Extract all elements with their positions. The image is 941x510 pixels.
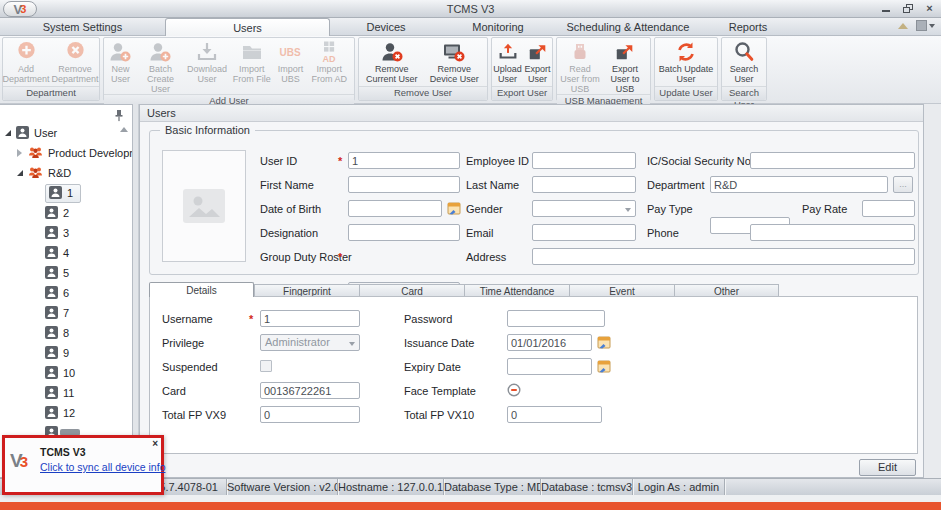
field-label: Designation — [260, 226, 318, 240]
field-label: Date of Birth — [260, 202, 321, 216]
selected-tree-item: 1 — [45, 184, 81, 203]
card-input[interactable] — [260, 382, 360, 399]
batch-update-user-button[interactable]: Batch Update User — [657, 39, 715, 84]
tree-node-department-product-development[interactable]: Product Development — [0, 143, 132, 163]
tree-node-user-9[interactable]: 9 — [0, 343, 132, 363]
last-name-input[interactable] — [532, 176, 636, 193]
total-fp-vx9-input[interactable] — [260, 406, 360, 423]
ad-windows-icon: AD — [317, 39, 341, 64]
collapsed-arrow-icon[interactable] — [17, 149, 22, 157]
tree-node-user-4[interactable]: 4 — [0, 243, 132, 263]
sync-all-devices-link[interactable]: Click to sync all device info — [40, 461, 165, 473]
tree-node-user-3[interactable]: 3 — [0, 223, 132, 243]
user-add-icon — [148, 39, 172, 64]
field-label: Card — [162, 384, 186, 398]
add-circle-icon — [15, 39, 38, 64]
groupbox-legend: Basic Information — [160, 124, 255, 136]
phone-input[interactable] — [750, 224, 915, 241]
user-photo-placeholder[interactable] — [162, 150, 246, 262]
add-department-button: Add Department — [3, 39, 50, 84]
tree-node-user-root[interactable]: User — [0, 123, 132, 143]
pay-rate-input[interactable] — [862, 200, 915, 217]
detail-tab-strip: Details Fingerprint Card Time Attendance… — [149, 282, 779, 297]
date-of-birth-input[interactable] — [348, 200, 442, 217]
field-label: User ID — [260, 154, 297, 168]
bottom-strip — [0, 495, 941, 502]
expiry-date-input[interactable] — [507, 358, 592, 375]
total-fp-vx10-input[interactable] — [507, 406, 602, 423]
tree-node-user-8[interactable]: 8 — [0, 323, 132, 343]
face-template-none-icon[interactable] — [507, 383, 521, 397]
user-square-icon — [45, 306, 58, 321]
user-square-icon — [49, 186, 62, 201]
employee-id-input[interactable] — [532, 152, 636, 169]
export-user-to-usb-button[interactable]: Export User to USB — [602, 39, 648, 94]
tree-node-user-7[interactable]: 7 — [0, 303, 132, 323]
ribbon-group-update-user: Batch Update User Update User — [654, 37, 718, 101]
gender-select[interactable] — [532, 200, 636, 217]
tab-system-settings[interactable]: System Settings — [0, 18, 165, 36]
user-square-icon — [45, 266, 58, 281]
expanded-arrow-icon[interactable] — [17, 170, 23, 176]
email-input[interactable] — [532, 224, 636, 241]
tab-devices[interactable]: Devices — [330, 18, 442, 36]
minimize-icon[interactable] — [878, 2, 893, 14]
department-input[interactable] — [710, 176, 888, 193]
password-input[interactable] — [507, 310, 605, 327]
field-label: Phone — [647, 226, 679, 240]
tree-node-user-5[interactable]: 5 — [0, 263, 132, 283]
department-browse-button[interactable]: ... — [893, 176, 913, 193]
ribbon-group-remove-user: Remove Current User Remove Device User R… — [358, 37, 488, 101]
field-label: Gender — [466, 202, 503, 216]
expanded-arrow-icon[interactable] — [5, 130, 11, 136]
close-icon[interactable]: × — [152, 438, 158, 450]
tab-users[interactable]: Users — [165, 18, 330, 36]
field-label: Privilege — [162, 336, 204, 350]
tab-scheduling-attendance[interactable]: Scheduling & Attendance — [554, 18, 702, 36]
field-label: Department — [647, 178, 704, 192]
restore-icon[interactable] — [900, 2, 915, 14]
tab-monitoring[interactable]: Monitoring — [442, 18, 554, 36]
tab-reports[interactable]: Reports — [702, 18, 794, 36]
field-label: Total FP VX9 — [162, 408, 226, 422]
username-input[interactable] — [260, 310, 360, 327]
suspended-checkbox[interactable] — [260, 360, 272, 372]
import-from-file-button: Import From File — [229, 39, 275, 84]
search-icon — [732, 39, 756, 64]
tree-node-user-1[interactable]: 1 — [0, 183, 132, 203]
calendar-icon[interactable] — [597, 359, 611, 377]
tree-node-user-2[interactable]: 2 — [0, 203, 132, 223]
edit-button[interactable]: Edit — [859, 459, 916, 476]
group-caption: Update User — [655, 86, 717, 100]
user-tree-panel: User Product Development R&D 1 2 3 4 — [0, 104, 133, 478]
style-picker-icon[interactable] — [916, 20, 935, 31]
export-user-button[interactable]: Export User — [524, 39, 552, 84]
tree-node-user-12[interactable]: 12 — [0, 403, 132, 423]
calendar-icon[interactable] — [597, 335, 611, 353]
privilege-select[interactable]: Administrator — [260, 334, 360, 351]
remove-circle-icon — [64, 39, 87, 64]
search-user-button[interactable]: Search User — [724, 39, 764, 84]
address-input[interactable] — [532, 248, 915, 265]
ic-input[interactable] — [750, 152, 915, 169]
user-id-input[interactable] — [348, 152, 460, 169]
tree-node-department-rd[interactable]: R&D — [0, 163, 132, 183]
calendar-icon[interactable] — [447, 201, 461, 219]
tree-node-user-11[interactable]: 11 — [0, 383, 132, 403]
collapse-ribbon-icon[interactable] — [898, 23, 908, 29]
field-label: Pay Rate — [802, 202, 847, 216]
remove-device-user-button[interactable]: Remove Device User — [424, 39, 486, 84]
app-logo-3: 3 — [20, 4, 26, 15]
designation-input[interactable] — [348, 224, 460, 241]
tree-node-user-10[interactable]: 10 — [0, 363, 132, 383]
first-name-input[interactable] — [348, 176, 460, 193]
close-icon[interactable]: × — [922, 2, 937, 14]
required-mark: * — [249, 312, 253, 326]
department-group-icon — [28, 146, 43, 161]
tab-details[interactable]: Details — [149, 282, 254, 297]
upload-user-button[interactable]: Upload User — [493, 39, 523, 84]
remove-current-user-button[interactable]: Remove Current User — [361, 39, 423, 84]
batch-create-user-button: Batch Create User — [136, 39, 185, 94]
issuance-date-input[interactable] — [507, 334, 592, 351]
tree-node-user-6[interactable]: 6 — [0, 283, 132, 303]
